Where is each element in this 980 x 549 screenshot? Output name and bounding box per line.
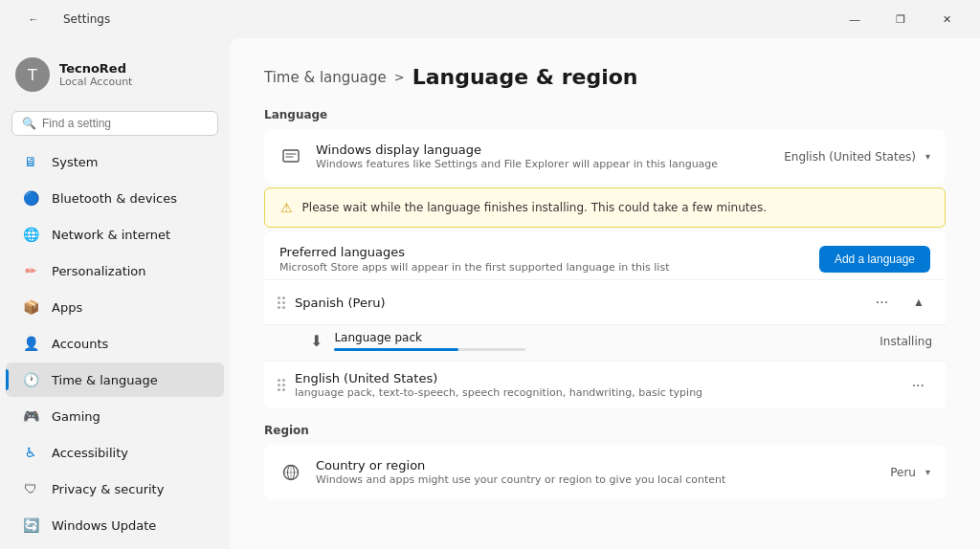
drag-dot (282, 379, 285, 382)
sidebar: T TecnoRed Local Account 🔍 🖥 System 🔵 Bl… (0, 38, 230, 549)
sidebar-item-accounts[interactable]: 👤 Accounts (6, 326, 224, 361)
system-icon: 🖥 (21, 152, 40, 171)
spanish-peru-name: Spanish (Peru) (295, 296, 858, 310)
display-language-icon (279, 145, 302, 168)
installing-label: Installing (880, 335, 932, 348)
sidebar-item-label: Accessibility (52, 446, 128, 460)
language-pack-label: Language pack (334, 331, 868, 344)
sidebar-item-label: Network & internet (52, 228, 170, 242)
region-section: Region Country or region Windows and app… (264, 424, 946, 499)
avatar: T (15, 57, 50, 92)
pref-lang-info: Preferred languages Microsoft Store apps… (279, 245, 669, 274)
spanish-collapse-button[interactable]: ▲ (905, 292, 932, 313)
language-item-spanish: Spanish (Peru) ··· ▲ (264, 279, 946, 324)
search-input[interactable] (42, 117, 208, 130)
region-section-title: Region (264, 424, 946, 437)
add-language-button[interactable]: Add a language (819, 246, 930, 273)
globe-icon (279, 461, 302, 484)
progress-bar-background (334, 348, 525, 351)
download-icon: ⬇ (310, 332, 323, 350)
user-name: TecnoRed (59, 61, 132, 76)
breadcrumb-separator: > (394, 70, 405, 84)
svg-rect-0 (283, 150, 299, 162)
display-language-dropdown[interactable]: English (United States) ▾ (784, 150, 930, 164)
warning-banner: ⚠ Please wait while the language finishe… (264, 187, 946, 228)
title-bar: ← Settings — ❐ ✕ (0, 0, 980, 38)
region-card: Country or region Windows and apps might… (264, 445, 946, 499)
drag-dot (278, 296, 280, 299)
bluetooth-icon: 🔵 (21, 188, 40, 208)
drag-dot (278, 301, 280, 304)
minimize-button[interactable]: — (833, 5, 877, 33)
title-bar-left: ← Settings (11, 5, 110, 33)
privacy-icon: 🛡 (21, 479, 40, 498)
display-language-value: English (United States) (784, 150, 916, 164)
sidebar-item-label: Apps (52, 300, 82, 315)
dropdown-arrow-icon: ▾ (925, 467, 930, 477)
user-section[interactable]: T TecnoRed Local Account (0, 46, 230, 103)
restore-button[interactable]: ❐ (879, 5, 923, 33)
time-icon: 🕐 (21, 370, 40, 389)
language-section-title: Language (264, 108, 946, 121)
close-button[interactable]: ✕ (924, 5, 969, 33)
sidebar-item-time[interactable]: 🕐 Time & language (6, 362, 224, 397)
breadcrumb-parent[interactable]: Time & language (264, 69, 387, 86)
sidebar-item-accessibility[interactable]: ♿ Accessibility (6, 435, 224, 470)
drag-dot (282, 306, 285, 309)
dropdown-arrow-icon: ▾ (925, 151, 930, 162)
sidebar-item-privacy[interactable]: 🛡 Privacy & security (6, 472, 224, 506)
english-us-sublabel: language pack, text-to-speech, speech re… (295, 386, 895, 399)
drag-dot (278, 384, 280, 386)
drag-dot (278, 388, 280, 391)
drag-handle-english[interactable] (278, 379, 285, 391)
sidebar-item-label: Time & language (52, 373, 158, 387)
drag-dot (282, 388, 285, 391)
search-icon: 🔍 (22, 117, 36, 130)
user-type: Local Account (59, 76, 132, 88)
app-title: Settings (63, 12, 110, 26)
sidebar-item-gaming[interactable]: 🎮 Gaming (6, 399, 224, 433)
accounts-icon: 👤 (21, 334, 40, 353)
english-us-name: English (United States) (295, 371, 895, 385)
gaming-icon: 🎮 (21, 406, 40, 426)
breadcrumb: Time & language > Language & region (264, 65, 946, 89)
sidebar-item-label: Windows Update (52, 518, 156, 533)
country-region-dropdown[interactable]: Peru ▾ (890, 466, 930, 479)
warning-icon: ⚠ (280, 200, 293, 215)
preferred-languages-header: Preferred languages Microsoft Store apps… (264, 231, 946, 279)
pref-lang-title: Preferred languages (279, 245, 669, 259)
display-language-sublabel: Windows features like Settings and File … (316, 158, 770, 170)
spanish-more-button[interactable]: ··· (868, 290, 896, 315)
display-language-card: Windows display language Windows feature… (264, 129, 946, 184)
language-pack-content: ⬇ Language pack Installing (310, 331, 932, 351)
search-box[interactable]: 🔍 (11, 111, 218, 136)
sidebar-item-apps[interactable]: 📦 Apps (6, 290, 224, 324)
display-language-text: Windows display language Windows feature… (316, 143, 770, 170)
country-region-sublabel: Windows and apps might use your country … (316, 473, 877, 486)
accessibility-icon: ♿ (21, 443, 40, 462)
preferred-languages-card: Preferred languages Microsoft Store apps… (264, 231, 946, 408)
sidebar-item-personalization[interactable]: ✏️ Personalization (6, 253, 224, 288)
drag-dot (282, 296, 285, 299)
sidebar-item-update[interactable]: 🔄 Windows Update (6, 508, 224, 542)
sidebar-item-bluetooth[interactable]: 🔵 Bluetooth & devices (6, 181, 224, 215)
breadcrumb-current: Language & region (412, 65, 638, 89)
pref-lang-subtitle: Microsoft Store apps will appear in the … (279, 261, 669, 274)
network-icon: 🌐 (21, 225, 40, 244)
personalization-icon: ✏️ (21, 261, 40, 280)
country-region-text: Country or region Windows and apps might… (316, 458, 877, 486)
sidebar-item-network[interactable]: 🌐 Network & internet (6, 217, 224, 252)
avatar-initial: T (28, 66, 37, 84)
sidebar-item-label: Gaming (52, 409, 100, 424)
drag-dot (282, 384, 285, 386)
drag-handle-spanish[interactable] (278, 296, 285, 309)
country-region-label: Country or region (316, 458, 877, 472)
display-language-row: Windows display language Windows feature… (264, 129, 946, 184)
english-more-button[interactable]: ··· (904, 373, 932, 398)
sidebar-item-system[interactable]: 🖥 System (6, 144, 224, 179)
sidebar-item-label: Bluetooth & devices (52, 191, 177, 206)
main-content: Time & language > Language & region Lang… (230, 38, 980, 549)
back-button[interactable]: ← (11, 5, 56, 33)
window-controls: — ❐ ✕ (833, 5, 969, 33)
sidebar-item-label: Accounts (52, 337, 108, 351)
